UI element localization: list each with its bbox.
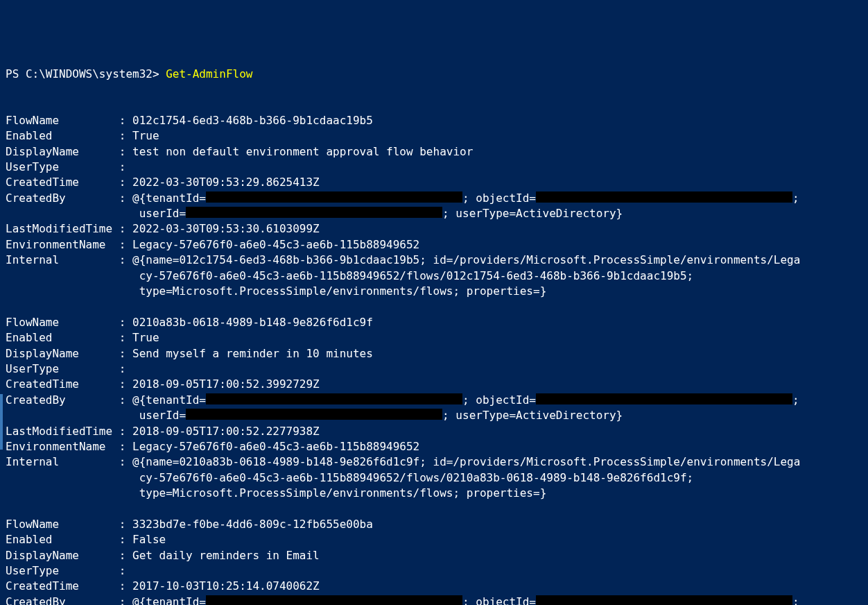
blank-line [6,82,862,97]
kv-createdtime: CreatedTime : 2018-09-05T17:00:52.399272… [6,377,320,391]
output-line: Internal : @{name=0210a83b-0618-4989-b14… [6,454,862,470]
redacted-objectid [536,393,792,404]
output-line: cy-57e676f0-a6e0-45c3-ae6b-115b88949652/… [6,470,862,486]
kv-createdby-post: ; [792,191,799,205]
kv-flowname: FlowName : 3323bd7e-f0be-4dd6-809c-12fb6… [6,518,373,531]
blank-line [6,502,862,517]
output-line: FlowName : 0210a83b-0618-4989-b148-9e826… [6,315,862,330]
redacted-userid [186,207,442,218]
redacted-userid [186,409,442,420]
kv-flowname: FlowName : 0210a83b-0618-4989-b148-9e826… [6,316,373,329]
kv-createdby: CreatedBy : @{tenantId= [6,393,206,407]
selection-highlight [0,394,3,450]
redacted-objectid [536,191,792,203]
output-line: CreatedBy : @{tenantId= ; objectId= ; [6,191,862,206]
kv-createdby-usertype: ; userType=ActiveDirectory} [442,409,623,422]
redacted-objectid [536,595,792,605]
output-line: EnvironmentName : Legacy-57e676f0-a6e0-4… [6,237,862,253]
output-line: Enabled : True [6,128,862,144]
kv-environmentname: EnvironmentName : Legacy-57e676f0-a6e0-4… [6,440,419,453]
kv-flowname: FlowName : 012c1754-6ed3-468b-b366-9b1cd… [6,114,373,127]
kv-createdtime: CreatedTime : 2017-10-03T10:25:14.074006… [6,579,320,593]
kv-displayname: DisplayName : test non default environme… [6,145,473,158]
kv-internal-cont: cy-57e676f0-a6e0-45c3-ae6b-115b88949652/… [6,269,693,282]
kv-createdby-post: ; [792,393,799,407]
output-line: EnvironmentName : Legacy-57e676f0-a6e0-4… [6,439,862,454]
kv-createdby-userid: userId= [6,409,186,422]
kv-displayname: DisplayName : Get daily reminders in Ema… [6,549,320,562]
output-line: UserType : [6,563,862,579]
redacted-tenantid [206,595,462,605]
output-line: DisplayName : Send myself a reminder in … [6,346,862,361]
kv-internal: Internal : @{name=012c1754-6ed3-468b-b36… [6,253,800,266]
redacted-tenantid [206,393,462,404]
kv-internal-cont: type=Microsoft.ProcessSimple/environment… [6,284,546,298]
output-line: UserType : [6,160,862,175]
output-line: Internal : @{name=012c1754-6ed3-468b-b36… [6,253,862,268]
kv-createdby-post: ; [792,595,799,605]
kv-createdby-userid: userId= [6,207,186,220]
output-line: CreatedTime : 2018-09-05T17:00:52.399272… [6,377,862,392]
kv-enabled: Enabled : False [6,533,166,546]
kv-createdtime: CreatedTime : 2022-03-30T09:53:29.862541… [6,176,320,189]
output-line: CreatedBy : @{tenantId= ; objectId= ; [6,595,862,605]
output-line: LastModifiedTime : 2022-03-30T09:53:30.6… [6,221,862,237]
output-line: FlowName : 012c1754-6ed3-468b-b366-9b1cd… [6,113,862,128]
output-line: cy-57e676f0-a6e0-45c3-ae6b-115b88949652/… [6,269,862,284]
kv-internal-cont: type=Microsoft.ProcessSimple/environment… [6,486,546,500]
kv-enabled: Enabled : True [6,129,159,142]
kv-enabled: Enabled : True [6,331,159,344]
blank-line [6,97,862,112]
output-line: DisplayName : Get daily reminders in Ema… [6,548,862,563]
output-line: CreatedBy : @{tenantId= ; objectId= ; [6,393,862,408]
kv-internal-cont: cy-57e676f0-a6e0-45c3-ae6b-115b88949652/… [6,471,693,484]
redacted-tenantid [206,191,462,203]
output-line: LastModifiedTime : 2018-09-05T17:00:52.2… [6,424,862,439]
kv-createdby: CreatedBy : @{tenantId= [6,191,206,205]
output-line: CreatedTime : 2017-10-03T10:25:14.074006… [6,579,862,594]
kv-createdby-mid: ; objectId= [462,595,536,605]
kv-createdby: CreatedBy : @{tenantId= [6,595,206,605]
kv-environmentname: EnvironmentName : Legacy-57e676f0-a6e0-4… [6,238,419,251]
output-line: FlowName : 3323bd7e-f0be-4dd6-809c-12fb6… [6,517,862,532]
kv-lastmodifiedtime: LastModifiedTime : 2022-03-30T09:53:30.6… [6,222,320,235]
output-line: DisplayName : test non default environme… [6,144,862,160]
kv-createdby-usertype: ; userType=ActiveDirectory} [442,207,623,220]
output-line: userId= ; userType=ActiveDirectory} [6,206,862,221]
kv-usertype: UserType : [6,160,132,173]
kv-usertype: UserType : [6,564,132,577]
output-line: PS C:\WINDOWS\system32> Get-AdminFlow [6,67,862,82]
output-line: type=Microsoft.ProcessSimple/environment… [6,486,862,501]
output-line: CreatedTime : 2022-03-30T09:53:29.862541… [6,175,862,190]
blank-line [6,299,862,314]
output-line: Enabled : True [6,330,862,346]
kv-createdby-mid: ; objectId= [462,191,536,205]
output-line: UserType : [6,361,862,377]
output-line: Enabled : False [6,532,862,547]
kv-displayname: DisplayName : Send myself a reminder in … [6,347,373,360]
prompt: PS C:\WINDOWS\system32> [6,67,166,80]
command-text: Get-AdminFlow [166,67,252,80]
powershell-terminal[interactable]: PS C:\WINDOWS\system32> Get-AdminFlow Fl… [6,67,862,605]
kv-internal: Internal : @{name=0210a83b-0618-4989-b14… [6,455,800,468]
output-line: type=Microsoft.ProcessSimple/environment… [6,284,862,299]
kv-usertype: UserType : [6,362,132,375]
output-line: userId= ; userType=ActiveDirectory} [6,408,862,423]
kv-lastmodifiedtime: LastModifiedTime : 2018-09-05T17:00:52.2… [6,425,320,438]
kv-createdby-mid: ; objectId= [462,393,536,407]
